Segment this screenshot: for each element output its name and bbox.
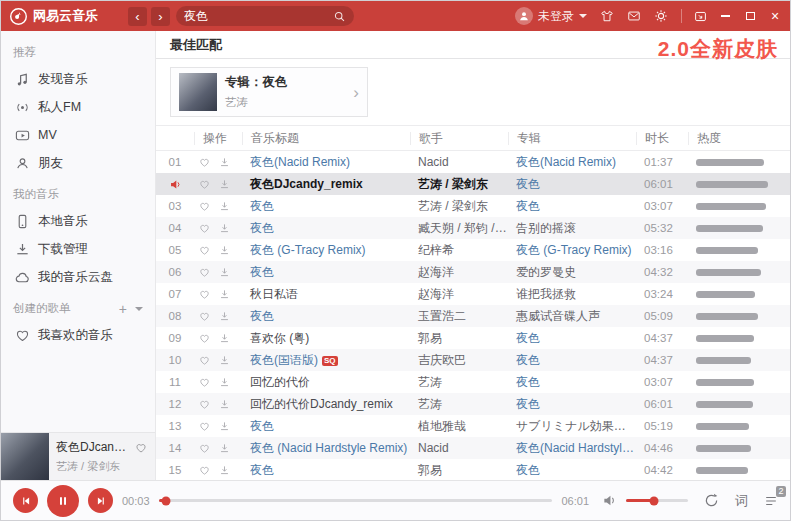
like-icon[interactable] (199, 465, 210, 476)
pause-button[interactable] (47, 485, 79, 517)
table-row[interactable]: 06夜色赵海洋爱的罗曼史04:32 (156, 261, 790, 283)
like-icon[interactable] (199, 311, 210, 322)
song-album[interactable]: 夜色 (508, 198, 636, 215)
song-title[interactable]: 夜色 (242, 418, 410, 435)
like-icon[interactable] (199, 399, 210, 410)
minimize-icon[interactable] (718, 8, 732, 24)
mini-player-icon[interactable] (693, 8, 707, 24)
like-icon[interactable] (199, 289, 210, 300)
back-button[interactable]: ‹ (128, 7, 147, 26)
song-album[interactable]: 惠威试音碟人声 (508, 308, 636, 325)
like-icon[interactable] (199, 179, 210, 190)
song-album[interactable]: 夜色 (508, 462, 636, 479)
table-row[interactable]: 05夜色 (G-Tracy Remix)纪梓希夜色 (G-Tracy Remix… (156, 239, 790, 261)
table-row[interactable]: 04夜色臧天朔 / 郑钧 / 唐...告别的摇滚05:32 (156, 217, 790, 239)
download-icon[interactable] (219, 201, 230, 212)
song-artist[interactable]: 赵海洋 (410, 264, 508, 281)
song-title[interactable]: 秋日私语 (242, 286, 410, 303)
now-playing-art[interactable] (1, 433, 49, 481)
like-icon[interactable] (199, 245, 210, 256)
close-icon[interactable]: × (768, 8, 782, 24)
song-artist[interactable]: 艺涛 (410, 374, 508, 391)
table-row[interactable]: 01夜色(Nacid Remix)Nacid夜色(Nacid Remix)01:… (156, 151, 790, 173)
sidebar-item-cloud[interactable]: 我的音乐云盘 (1, 263, 155, 291)
song-artist[interactable]: 郭易 (410, 462, 508, 479)
like-icon[interactable] (135, 442, 147, 454)
download-icon[interactable] (219, 289, 230, 300)
like-icon[interactable] (199, 157, 210, 168)
song-artist[interactable]: 赵海洋 (410, 286, 508, 303)
now-playing-artist[interactable]: 艺涛 / 梁剑东 (56, 459, 151, 474)
song-album[interactable]: 夜色(Nacid Remix) (508, 154, 636, 171)
song-title[interactable]: 夜色 (242, 198, 410, 215)
like-icon[interactable] (199, 201, 210, 212)
download-icon[interactable] (219, 179, 230, 190)
like-icon[interactable] (199, 333, 210, 344)
song-title[interactable]: 夜色 (242, 264, 410, 281)
table-row[interactable]: 15夜色郭易夜色04:42 (156, 459, 790, 480)
lyrics-icon[interactable]: 词 (735, 492, 748, 510)
download-icon[interactable] (219, 465, 230, 476)
sidebar-item-music-note[interactable]: 发现音乐 (1, 65, 155, 93)
download-icon[interactable] (219, 245, 230, 256)
download-icon[interactable] (219, 443, 230, 454)
progress-bar[interactable] (159, 499, 553, 502)
sidebar-item-heart[interactable]: 我喜欢的音乐 (1, 321, 155, 349)
download-icon[interactable] (219, 311, 230, 322)
best-match-card[interactable]: 专辑：夜色 艺涛 › (170, 67, 368, 117)
table-row[interactable]: 夜色DJcandy_remix艺涛 / 梁剑东夜色06:01 (156, 173, 790, 195)
previous-button[interactable] (13, 488, 38, 513)
table-row[interactable]: 14夜色 (Nacid Hardstyle Remix)Nacid夜色(Naci… (156, 437, 790, 459)
volume-thumb[interactable] (649, 496, 658, 505)
song-title[interactable]: 夜色DJcandy_remix (242, 176, 410, 193)
download-icon[interactable] (219, 421, 230, 432)
playlist-icon[interactable]: 2 (764, 494, 778, 508)
download-icon[interactable] (219, 399, 230, 410)
song-artist[interactable]: 植地雅哉 (410, 418, 508, 435)
search-icon[interactable] (333, 10, 346, 23)
song-title[interactable]: 夜色 (242, 220, 410, 237)
sidebar-item-download[interactable]: 下载管理 (1, 235, 155, 263)
sidebar-item-fm[interactable]: 私人FM (1, 93, 155, 121)
song-album[interactable]: 夜色 (508, 396, 636, 413)
download-icon[interactable] (219, 267, 230, 278)
now-playing-bar[interactable]: 夜色DJcandy... 艺涛 / 梁剑东 (1, 432, 155, 480)
song-title[interactable]: 夜色 (Nacid Hardstyle Remix) (242, 440, 410, 457)
settings-gear-icon[interactable] (654, 9, 668, 23)
song-title[interactable]: 喜欢你 (粤) (242, 330, 410, 347)
sidebar-item-mv[interactable]: MV (1, 121, 155, 149)
repeat-icon[interactable] (704, 493, 719, 508)
like-icon[interactable] (199, 377, 210, 388)
now-playing-title[interactable]: 夜色DJcandy... (56, 439, 130, 456)
song-album[interactable]: 夜色 (508, 330, 636, 347)
song-title[interactable]: 夜色 (242, 308, 410, 325)
table-row[interactable]: 12回忆的代价DJcandy_remix艺涛夜色06:01 (156, 393, 790, 415)
song-album[interactable]: 爱的罗曼史 (508, 264, 636, 281)
volume-slider[interactable] (626, 499, 688, 502)
table-row[interactable]: 08夜色玉置浩二惠威试音碟人声05:09 (156, 305, 790, 327)
sidebar-item-phone[interactable]: 本地音乐 (1, 207, 155, 235)
sidebar-item-friends[interactable]: 朋友 (1, 149, 155, 177)
song-title[interactable]: 夜色(国语版)SQ (242, 352, 410, 369)
like-icon[interactable] (199, 223, 210, 234)
download-icon[interactable] (219, 157, 230, 168)
forward-button[interactable]: › (151, 7, 170, 26)
song-artist[interactable]: 臧天朔 / 郑钧 / 唐... (410, 220, 508, 237)
song-artist[interactable]: 艺涛 / 梁剑东 (410, 176, 508, 193)
song-album[interactable]: サブリミナル効果によ... (508, 418, 636, 435)
song-artist[interactable]: 艺涛 / 梁剑东 (410, 198, 508, 215)
song-album[interactable]: 告别的摇滚 (508, 220, 636, 237)
download-icon[interactable] (219, 377, 230, 388)
download-icon[interactable] (219, 223, 230, 234)
table-row[interactable]: 03夜色艺涛 / 梁剑东夜色03:07 (156, 195, 790, 217)
table-row[interactable]: 11回忆的代价艺涛夜色03:07 (156, 371, 790, 393)
song-artist[interactable]: 吉庆欧巴 (410, 352, 508, 369)
table-row[interactable]: 13夜色植地雅哉サブリミナル効果によ...05:19 (156, 415, 790, 437)
like-icon[interactable] (199, 443, 210, 454)
song-artist[interactable]: Nacid (410, 441, 508, 455)
search-box[interactable] (176, 6, 354, 26)
table-row[interactable]: 07秋日私语赵海洋谁把我拯救03:24 (156, 283, 790, 305)
song-album[interactable]: 夜色 (G-Tracy Remix) (508, 242, 636, 259)
like-icon[interactable] (199, 355, 210, 366)
song-title[interactable]: 回忆的代价 (242, 374, 410, 391)
